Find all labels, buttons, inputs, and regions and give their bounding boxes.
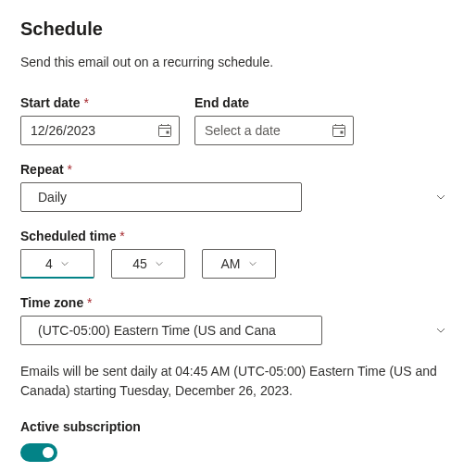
required-asterisk: *: [68, 162, 72, 177]
scheduled-time-label-text: Scheduled time: [20, 229, 116, 243]
chevron-down-icon: [435, 325, 446, 336]
repeat-value: Daily: [38, 190, 67, 205]
repeat-label-text: Repeat: [20, 162, 64, 177]
chevron-down-icon: [435, 192, 446, 203]
start-date-input[interactable]: [20, 116, 180, 145]
timezone-value: (UTC-05:00) Eastern Time (US and Cana: [38, 323, 276, 338]
timezone-label: Time zone *: [20, 295, 456, 310]
ampm-value: AM: [221, 256, 241, 271]
end-date-input[interactable]: [194, 116, 354, 145]
hour-select[interactable]: 4: [20, 249, 94, 279]
required-asterisk: *: [119, 229, 124, 243]
timezone-select[interactable]: (UTC-05:00) Eastern Time (US and Cana: [20, 316, 322, 345]
required-asterisk: *: [83, 95, 88, 110]
chevron-down-icon: [155, 259, 164, 268]
start-date-label: Start date *: [20, 95, 180, 110]
schedule-summary: Emails will be sent daily at 04:45 AM (U…: [20, 362, 456, 401]
hour-value: 4: [45, 256, 53, 271]
required-asterisk: *: [87, 295, 92, 310]
ampm-select[interactable]: AM: [202, 249, 276, 279]
chevron-down-icon: [60, 259, 69, 268]
page-title: Schedule: [20, 19, 456, 40]
start-date-label-text: Start date: [20, 95, 81, 110]
timezone-label-text: Time zone: [20, 295, 83, 310]
toggle-thumb: [43, 447, 54, 458]
page-description: Send this email out on a recurring sched…: [20, 55, 456, 69]
minute-select[interactable]: 45: [111, 249, 185, 279]
repeat-select[interactable]: Daily: [20, 182, 302, 212]
active-subscription-toggle[interactable]: [20, 443, 57, 462]
active-subscription-label: Active subscription: [20, 419, 456, 434]
chevron-down-icon: [248, 259, 257, 268]
minute-value: 45: [132, 256, 147, 271]
scheduled-time-label: Scheduled time *: [20, 229, 456, 243]
repeat-label: Repeat *: [20, 162, 456, 177]
end-date-label: End date: [194, 95, 354, 110]
